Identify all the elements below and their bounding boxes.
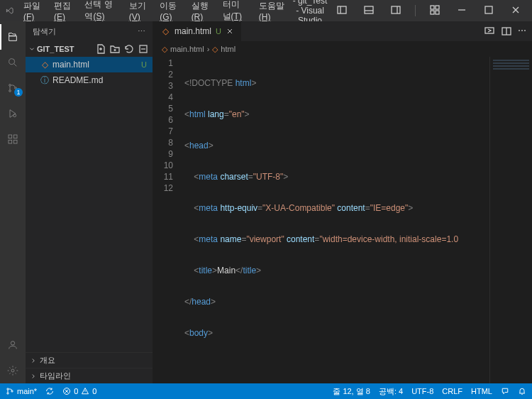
activity-explorer[interactable]	[0, 24, 26, 50]
status-feedback-icon[interactable]	[501, 386, 509, 397]
svg-point-17	[9, 90, 11, 92]
status-bell-icon[interactable]	[518, 386, 526, 397]
vscode-icon	[6, 5, 13, 16]
status-problems[interactable]: 0 0	[62, 387, 96, 395]
collapse-icon[interactable]	[137, 43, 150, 55]
git-status: U	[141, 60, 147, 69]
menu-view[interactable]: 보기(V)	[125, 0, 153, 22]
svg-rect-23	[13, 140, 17, 143]
svg-point-24	[11, 341, 14, 345]
status-bar: main* 0 0 줄 12, 열 8 공백: 4 UTF-8 CRLF HTM…	[0, 383, 532, 399]
status-encoding[interactable]: UTF-8	[411, 386, 433, 397]
outline-panel-header[interactable]: 개요	[26, 352, 153, 368]
html-file-icon: ◇	[40, 60, 50, 70]
svg-rect-30	[485, 28, 494, 33]
menu-help[interactable]: 도움말(H)	[255, 0, 289, 22]
svg-point-34	[7, 393, 9, 394]
svg-line-15	[14, 64, 16, 66]
status-sync[interactable]	[45, 387, 54, 395]
activity-settings[interactable]	[0, 358, 26, 383]
line-numbers: 123456789101112	[153, 57, 184, 383]
layout-right-icon[interactable]	[385, 4, 406, 18]
chevron-right-icon	[30, 373, 37, 380]
title-bar: 파일(F) 편집(E) 선택 영역(S) 보기(V) 이동(G) 실행(R) 터…	[0, 0, 532, 21]
activity-search[interactable]	[0, 50, 26, 75]
info-file-icon: ⓘ	[40, 75, 50, 85]
menu-selection[interactable]: 선택 영역(S)	[80, 0, 121, 23]
file-readme-md[interactable]: ⓘ README.md	[26, 72, 153, 88]
svg-rect-4	[392, 6, 400, 13]
status-indent[interactable]: 공백: 4	[379, 386, 403, 397]
status-lang[interactable]: HTML	[471, 386, 492, 397]
refresh-icon[interactable]	[123, 43, 135, 55]
html-file-icon: ◇	[160, 26, 170, 36]
menu-go[interactable]: 이동(G)	[155, 0, 184, 22]
svg-rect-2	[365, 6, 373, 13]
svg-rect-6	[431, 6, 434, 9]
minimize-button[interactable]	[451, 4, 472, 18]
editor-tabs: ◇ main.html U ⋯	[153, 21, 532, 41]
svg-rect-9	[436, 11, 439, 14]
activity-account[interactable]	[0, 332, 26, 358]
layout-panel-icon[interactable]	[358, 4, 379, 18]
svg-point-33	[7, 388, 9, 390]
svg-point-25	[11, 369, 14, 372]
menu-run[interactable]: 실행(R)	[187, 0, 216, 22]
timeline-panel-header[interactable]: 타임라인	[26, 368, 153, 383]
svg-rect-11	[485, 6, 492, 13]
activity-bar: 1	[0, 21, 26, 383]
customize-layout-icon[interactable]	[424, 4, 445, 18]
file-main-html[interactable]: ◇ main.html U	[26, 57, 153, 72]
menu-terminal[interactable]: 터미널(T)	[218, 0, 252, 23]
chevron-down-icon	[28, 45, 35, 53]
editor-body[interactable]: 123456789101112 <!DOCTYPE html> <html la…	[153, 57, 532, 383]
svg-rect-0	[338, 6, 346, 13]
layout-toggle-icon[interactable]	[331, 4, 353, 18]
svg-rect-7	[436, 6, 439, 9]
minimap[interactable]	[489, 57, 532, 383]
explorer-title: 탐색기	[33, 26, 56, 37]
folder-section-header[interactable]: GIT_TEST	[26, 41, 153, 57]
new-file-icon[interactable]	[94, 43, 107, 55]
tab-main-html[interactable]: ◇ main.html U	[153, 21, 242, 41]
split-icon[interactable]	[501, 26, 512, 37]
svg-rect-22	[9, 140, 12, 143]
svg-rect-21	[13, 135, 17, 138]
status-eol[interactable]: CRLF	[442, 386, 462, 397]
chevron-right-icon	[30, 357, 37, 364]
html-file-icon: ◇	[162, 45, 167, 54]
activity-scm[interactable]: 1	[0, 75, 26, 101]
activity-run[interactable]	[0, 101, 26, 126]
new-folder-icon[interactable]	[109, 43, 121, 55]
editor-area: ◇ main.html U ⋯ ◇ main.html › ◇ html 123…	[153, 21, 532, 383]
run-icon[interactable]	[484, 26, 495, 37]
status-cursor[interactable]: 줄 12, 열 8	[333, 386, 370, 397]
svg-point-14	[9, 59, 15, 65]
code-content[interactable]: <!DOCTYPE html> <html lang="en"> <head> …	[184, 57, 489, 383]
scm-badge: 1	[14, 88, 23, 97]
close-button[interactable]	[505, 4, 526, 18]
svg-rect-20	[9, 135, 12, 138]
menu-edit[interactable]: 편집(E)	[50, 0, 77, 22]
close-icon[interactable]	[226, 27, 234, 35]
svg-rect-8	[431, 11, 434, 14]
status-branch[interactable]: main*	[6, 387, 37, 395]
menu-file[interactable]: 파일(F)	[19, 0, 47, 22]
breadcrumbs[interactable]: ◇ main.html › ◇ html	[153, 41, 532, 57]
explorer-sidebar: 탐색기 ⋯ GIT_TEST ◇ main.html U ⓘ README.md	[26, 21, 153, 383]
more-icon[interactable]: ⋯	[518, 26, 526, 37]
activity-extensions[interactable]	[0, 126, 26, 152]
more-icon[interactable]: ⋯	[138, 27, 145, 36]
svg-point-16	[9, 84, 11, 87]
html-element-icon: ◇	[212, 45, 218, 54]
maximize-button[interactable]	[478, 4, 499, 18]
